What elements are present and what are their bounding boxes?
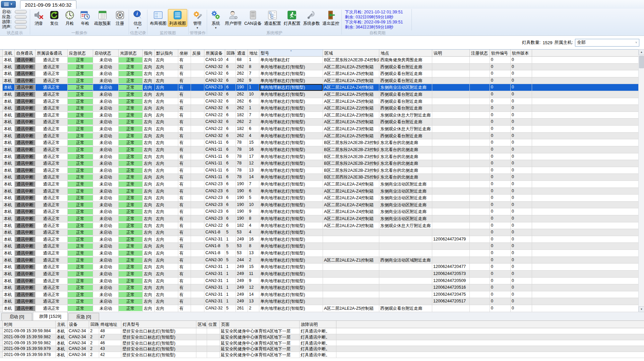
mute-button[interactable]: 消音	[31, 9, 47, 27]
vertical-scrollbar[interactable]: ▲ ▼	[638, 49, 644, 312]
column-header[interactable]: 主机	[56, 321, 68, 328]
layout-view-button[interactable]: 布局视图	[148, 9, 168, 27]
column-header[interactable]: 软件版本	[511, 50, 532, 56]
reset-button[interactable]: 复位	[47, 9, 62, 27]
column-header[interactable]: 自身通讯	[15, 50, 36, 56]
table-row[interactable]: 本机通讯中断通讯正常正常未启动正常左向左向有CAN2-31124913单向地埋标…	[0, 298, 638, 305]
table-row[interactable]: 本机通讯中断通讯正常正常未启动正常左向左向有CAN2-3262624单向地埋标志…	[0, 133, 638, 140]
table-row[interactable]: 本机通讯中断通讯正常正常未启动正常左向左向有CAN2-2361905单向地埋标志…	[0, 195, 638, 202]
column-header[interactable]: 型号▲	[259, 50, 323, 56]
exit-monitor-button[interactable]: 退出监控	[321, 9, 340, 27]
table-row[interactable]: 本机通讯中断通讯正常正常未启动正常左向左向有CAN1-1167813单向地埋标志…	[0, 167, 638, 174]
table-row[interactable]: 本机通讯中断通讯正常正常未启动正常左向左向有CAN1-85534单向地埋标志灯(…	[0, 229, 638, 236]
column-header[interactable]: 灯具型号	[121, 321, 196, 328]
fault-row[interactable]: 2021-09-09 15:39:59.984本机CAN2-34248壁挂安全出…	[0, 328, 644, 334]
column-header[interactable]: 区域	[196, 321, 207, 328]
tab-emergency[interactable]: 应急 [0]	[68, 313, 99, 320]
scrollbar-thumb[interactable]	[639, 56, 644, 68]
channel-config-button[interactable]: 通道配置	[263, 9, 282, 27]
column-header[interactable]: 终端地址	[99, 321, 121, 328]
user-management-button[interactable]: 用户管理	[223, 9, 243, 27]
column-header[interactable]: 回路	[225, 50, 236, 56]
info-button[interactable]: i信息▼	[130, 9, 145, 30]
table-row[interactable]: 本机通讯中断通讯正常正常未启动正常左向左向有CAN2-3262627单向地埋标志…	[0, 70, 638, 77]
column-header[interactable]: 反接	[191, 50, 204, 56]
fault-indicator[interactable]	[15, 20, 27, 24]
table-row[interactable]: 本机通讯中断通讯正常正常未启动正常左向左向有CAN1-85538单向地埋标志灯(…	[0, 243, 638, 250]
table-row[interactable]: 本机通讯中断通讯正常正常未启动正常左向左向有CAN1-1167812单向地埋标志…	[0, 160, 638, 167]
column-header[interactable]: 回路	[89, 321, 99, 328]
evacuation-plan-button[interactable]: 疏散预案	[93, 9, 112, 27]
column-header[interactable]: 主机	[3, 50, 15, 56]
month-check-button[interactable]: 月检	[62, 9, 77, 27]
table-row[interactable]: 本机通讯中断通讯正常正常未启动正常左向左向有CAN2-31124916单向地埋标…	[0, 236, 638, 243]
scroll-up-icon[interactable]: ▲	[639, 49, 644, 55]
column-header[interactable]: 说明	[432, 50, 470, 56]
table-row[interactable]: 本机通讯中断通讯正常正常未启动正常左向左向有CAN1-1167817单向地埋标志…	[0, 153, 638, 160]
table-row[interactable]: 本机通讯中断通讯正常正常未启动正常左向左向有CAN2-3262626单向地埋标志…	[0, 98, 638, 105]
table-row[interactable]: 本机通讯中断通讯正常正常未启动正常左向左向有CAN2-2361901单向地埋标志…	[0, 84, 638, 91]
year-check-button[interactable]: 年检	[77, 9, 93, 27]
column-header[interactable]: 启动状态	[93, 50, 119, 56]
table-row[interactable]: 本机通讯中断通讯正常正常未启动正常左向左向有CAN2-31124915单向地埋标…	[0, 264, 638, 271]
table-row[interactable]: 本机通讯中断通讯正常正常未启动正常左向左向有CAN2-2261826单向地埋标志…	[0, 126, 638, 133]
fault-row[interactable]: 2021-09-09 15:39:59.982本机CAN2-34246壁挂安全出…	[0, 340, 644, 346]
emergency-indicator[interactable]	[15, 15, 27, 19]
column-header[interactable]: 坐标	[178, 50, 191, 56]
manage-button[interactable]: 管理▼	[190, 9, 205, 30]
host-filter-select[interactable]: 全部 ˅	[575, 39, 639, 47]
table-row[interactable]: 本机通讯中断通讯正常正常未启动正常左向左向有CAN2-2261827单向地埋标志…	[0, 112, 638, 119]
column-header[interactable]: 所属设备通讯	[36, 50, 68, 56]
column-header[interactable]: 所属设备	[204, 50, 225, 56]
table-row[interactable]: 本机通讯中断通讯正常正常未启动正常左向左向有CAN1-1167814单向地埋标志…	[0, 174, 638, 181]
column-header[interactable]: 通道	[236, 50, 248, 56]
column-header[interactable]: 区域	[323, 50, 379, 56]
column-header[interactable]: 应急状态	[68, 50, 93, 56]
scroll-down-icon[interactable]: ▼	[639, 306, 644, 312]
table-row[interactable]: 本机通讯中断通讯正常正常未启动正常左向左向有CAN2-3052442单向地埋标志…	[0, 257, 638, 264]
column-header[interactable]: 地址	[248, 50, 259, 56]
table-row[interactable]: 本机通讯中断通讯正常正常未启动正常左向左向有CAN1-1167815单向地埋标志…	[0, 139, 638, 146]
start-indicator[interactable]	[15, 10, 27, 14]
table-row[interactable]: 本机通讯中断通讯正常正常未启动正常左向左向有CAN2-32626210单向地埋标…	[0, 91, 638, 98]
table-row[interactable]: 本机通讯中断通讯正常正常未启动正常左向左向有CAN1-855313单向地埋标志灯…	[0, 250, 638, 257]
table-row[interactable]: 本机通讯中断通讯正常正常未启动正常左向左向有CAN2-31124912单向地埋标…	[0, 284, 638, 291]
column-header[interactable]: 页面	[220, 321, 300, 328]
column-header[interactable]: 软件编号	[490, 50, 511, 56]
table-row[interactable]: 本机通讯中断通讯正常正常未启动正常左向左向有CAN2-3262622单向地埋标志…	[0, 119, 638, 126]
table-row[interactable]: 本机通讯中断通讯正常正常未启动正常左向左向有CAN2-3262629单向地埋标志…	[0, 77, 638, 84]
fault-row[interactable]: 2021-09-09 15:39:59.982本机CAN2-34247壁挂安全出…	[0, 334, 644, 340]
table-row[interactable]: 本机通讯中断通讯正常正常未启动正常左向左向有CAN2-31124914单向地埋标…	[0, 291, 638, 298]
table-row[interactable]: 本机通讯中断通讯正常正常未启动正常左向左向有CAN1-104681单向地埋标志灯…	[0, 57, 638, 64]
column-header[interactable]: 光源状态	[119, 50, 143, 56]
system-params-button[interactable]: 系统参数	[302, 9, 321, 27]
table-row[interactable]: 本机通讯中断通讯正常正常未启动正常左向左向有CAN2-3252612单向地埋标志…	[0, 305, 638, 312]
table-row[interactable]: 本机通讯中断通讯正常正常未启动正常左向左向有CAN2-2361909单向地埋标志…	[0, 208, 638, 215]
tab-start[interactable]: 启动 [0]	[1, 313, 32, 320]
column-header[interactable]: 设备	[68, 321, 89, 328]
column-header[interactable]: 注册状态	[470, 50, 490, 56]
register-button[interactable]: R注册	[112, 9, 128, 27]
table-row[interactable]: 本机通讯中断通讯正常正常未启动正常左向左向有CAN2-3262628单向地埋标志…	[0, 64, 638, 71]
system-button[interactable]: 系统▼	[208, 9, 223, 30]
table-row[interactable]: 本机通讯中断通讯正常正常未启动正常左向左向有CAN2-31124911单向地埋标…	[0, 271, 638, 278]
column-header[interactable]: 默认指向	[155, 50, 178, 56]
table-row[interactable]: 本机通讯中断通讯正常正常未启动正常左向左向有CAN2-2261824单向地埋标志…	[0, 222, 638, 229]
table-row[interactable]: 本机通讯中断通讯正常正常未启动正常左向左向有CAN2-3112499单向地埋标志…	[0, 278, 638, 285]
column-header[interactable]: 指向	[143, 50, 155, 56]
column-header[interactable]: 时间	[3, 321, 56, 328]
table-row[interactable]: 本机通讯中断通讯正常正常未启动正常左向左向有CAN2-23619010单向地埋标…	[0, 202, 638, 209]
list-view-button[interactable]: 列表视图	[168, 9, 187, 27]
tab-fault[interactable]: 故障 [1529]	[33, 312, 68, 320]
table-row[interactable]: 本机通讯中断通讯正常正常未启动正常左向左向有CAN1-1167816单向地埋标志…	[0, 146, 638, 153]
can-device-button[interactable]: CAN设备	[243, 9, 263, 27]
table-row[interactable]: 本机通讯中断通讯正常正常未启动正常左向左向有CAN2-2361908单向地埋标志…	[0, 215, 638, 222]
table-row[interactable]: 本机通讯中断通讯正常正常未启动正常左向左向有CAN2-2361906单向地埋标志…	[0, 188, 638, 195]
fault-row[interactable]: 2021-09-09 15:39:59.979本机CAN2-34243壁挂安全出…	[0, 346, 644, 352]
app-menu-button[interactable]: ▼	[1, 1, 16, 8]
column-header[interactable]: 地点	[379, 50, 432, 56]
fault-row[interactable]: 2021-09-09 15:39:59.978本机CAN2-34242壁挂安全出…	[0, 352, 644, 358]
table-row[interactable]: 本机通讯中断通讯正常正常未启动正常左向左向有CAN2-3262621单向地埋标志…	[0, 105, 638, 112]
silence-indicator[interactable]	[15, 25, 27, 29]
table-row[interactable]: 本机通讯中断通讯正常正常未启动正常左向左向有CAN2-2361907单向地埋标志…	[0, 181, 638, 188]
